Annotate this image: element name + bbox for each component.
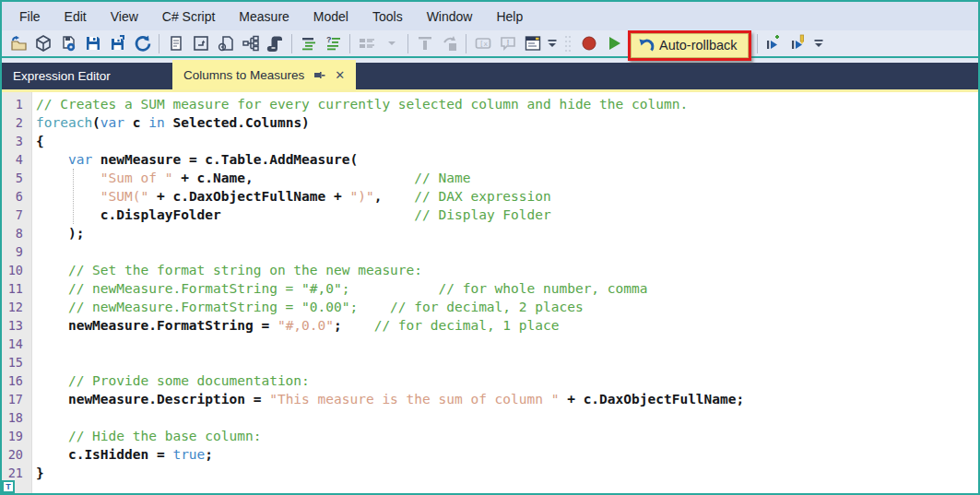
code-editor[interactable]: 1// Creates a SUM measure for every curr…: [2, 92, 978, 493]
code-text: // Hide the base column:: [28, 429, 261, 443]
toolbar-overflow-icon[interactable]: [545, 31, 560, 55]
line-number: 1: [2, 97, 28, 112]
dropdown-arrow-icon[interactable]: [379, 31, 404, 55]
run-edit-icon[interactable]: [786, 31, 811, 55]
code-text: }: [28, 466, 44, 480]
code-line[interactable]: 11 // newMeasure.FormatString = "#,0"; /…: [2, 279, 978, 298]
toolbar-separator: [466, 34, 466, 53]
code-line[interactable]: 6 "SUM(" + c.DaxObjectFullName + ")", //…: [2, 187, 978, 206]
toolbar-separator: [407, 34, 408, 53]
code-line[interactable]: 7 c.DisplayFolder // Display Folder: [2, 206, 978, 224]
menu-bar: FileEditViewC# ScriptMeasureModelToolsWi…: [2, 2, 978, 30]
undo-icon: [637, 37, 655, 54]
line-number: 21: [2, 466, 28, 480]
line-number: 13: [2, 318, 28, 333]
line-number: 18: [2, 410, 28, 425]
svg-text:[x]: [x]: [479, 40, 492, 48]
code-line[interactable]: 12 // newMeasure.FormatString = "0.00"; …: [2, 298, 978, 316]
svg-text:!: !: [506, 38, 509, 47]
line-number: 4: [2, 152, 28, 167]
run-script-icon[interactable]: [601, 31, 626, 55]
code-text: {: [28, 134, 44, 148]
code-line[interactable]: 5 "Sum of " + c.Name, // Name: [2, 169, 978, 187]
code-line[interactable]: 21}: [2, 464, 978, 482]
align-top-icon[interactable]: [412, 31, 437, 55]
line-number: 8: [2, 226, 28, 241]
menu-item-file[interactable]: File: [7, 5, 53, 29]
auto-rollback-button[interactable]: Auto-rollback: [631, 33, 749, 58]
new-document-icon[interactable]: [163, 31, 188, 55]
code-line[interactable]: 4 var newMeasure = c.Table.AddMeasure(: [2, 150, 978, 169]
tab-strip: Expression Editor Columns to Measures ✕: [2, 58, 978, 92]
panel-label-expression-editor: Expression Editor: [2, 69, 111, 83]
hierarchy-icon[interactable]: [238, 31, 263, 55]
code-line[interactable]: 14: [2, 335, 978, 353]
comment-blocks-icon[interactable]: [354, 31, 379, 55]
script-icon[interactable]: [263, 31, 288, 55]
menu-item-tools[interactable]: Tools: [360, 5, 415, 29]
pin-icon[interactable]: [313, 69, 325, 81]
code-text: // Provide some documentation:: [28, 373, 310, 388]
code-line[interactable]: 2foreach(var c in Selected.Columns): [2, 113, 978, 132]
auto-rollback-label: Auto-rollback: [659, 38, 738, 53]
menu-item-measure[interactable]: Measure: [227, 5, 301, 29]
code-text: );: [28, 226, 84, 241]
line-number: 7: [2, 207, 28, 222]
save-icon[interactable]: [80, 31, 105, 55]
open-file-icon[interactable]: [6, 31, 30, 55]
format-code-alt-icon[interactable]: ?: [321, 31, 346, 55]
menu-item-window[interactable]: Window: [415, 5, 485, 29]
code-line[interactable]: 18: [2, 408, 978, 427]
code-text: "Sum of " + c.Name, // Name: [28, 171, 470, 185]
window-preview-icon[interactable]: [520, 31, 545, 55]
model-cube-icon[interactable]: [30, 31, 55, 55]
code-line[interactable]: 17 newMeasure.Description = "This measur…: [2, 390, 978, 408]
tabular-editor-window: FileEditViewC# ScriptMeasureModelToolsWi…: [0, 0, 980, 495]
message-bubble-icon[interactable]: !: [495, 31, 520, 55]
line-number: 3: [2, 134, 28, 148]
close-icon[interactable]: ✕: [335, 68, 345, 82]
line-number: 15: [2, 355, 28, 370]
run-add-icon[interactable]: [762, 31, 786, 55]
code-line[interactable]: 16 // Provide some documentation:: [2, 371, 978, 390]
code-text: // Creates a SUM measure for every curre…: [28, 97, 688, 112]
line-number: 19: [2, 429, 28, 443]
code-line[interactable]: 8 );: [2, 224, 978, 242]
menu-item-view[interactable]: View: [99, 5, 150, 29]
menu-item-help[interactable]: Help: [484, 5, 535, 29]
code-line[interactable]: 19 // Hide the base column:: [2, 427, 978, 445]
save-as-icon[interactable]: [105, 31, 130, 55]
tab-columns-to-measures[interactable]: Columns to Measures ✕: [172, 60, 356, 89]
code-line[interactable]: 3{: [2, 132, 978, 150]
code-text: // newMeasure.FormatString = "0.00"; // …: [28, 300, 584, 314]
code-line[interactable]: 13 newMeasure.FormatString = "#,0.0"; //…: [2, 316, 978, 335]
window-arrow-icon[interactable]: [188, 31, 213, 55]
line-number: 11: [2, 281, 28, 296]
line-number: 12: [2, 300, 28, 314]
page-gear-icon[interactable]: [213, 31, 238, 55]
move-into-icon[interactable]: [437, 31, 462, 55]
code-text: newMeasure.Description = "This measure i…: [28, 392, 744, 407]
code-text: foreach(var c in Selected.Columns): [28, 115, 310, 130]
menu-item-c-script[interactable]: C# Script: [150, 5, 228, 29]
record-icon[interactable]: [576, 31, 601, 55]
code-line[interactable]: 1// Creates a SUM measure for every curr…: [2, 95, 978, 113]
code-text: c.DisplayFolder // Display Folder: [28, 207, 551, 222]
line-number: 6: [2, 189, 28, 204]
toolbar-overflow-icon[interactable]: [811, 31, 826, 55]
line-number: 10: [2, 263, 28, 277]
code-line[interactable]: 9: [2, 242, 978, 261]
code-line[interactable]: 20 c.IsHidden = true;: [2, 445, 978, 464]
toolbar-separator: [757, 34, 758, 53]
auto-rollback-highlight-box: Auto-rollback: [628, 30, 751, 61]
line-number: 20: [2, 447, 28, 462]
code-line[interactable]: 10 // Set the format string on the new m…: [2, 261, 978, 279]
code-literal-icon[interactable]: [x]: [470, 31, 495, 55]
line-number: 17: [2, 392, 28, 407]
code-line[interactable]: 15: [2, 353, 978, 371]
refresh-icon[interactable]: [130, 31, 155, 55]
menu-item-model[interactable]: Model: [301, 5, 360, 29]
deploy-save-icon[interactable]: [55, 31, 80, 55]
format-code-icon[interactable]: [296, 31, 321, 55]
menu-item-edit[interactable]: Edit: [53, 5, 99, 29]
